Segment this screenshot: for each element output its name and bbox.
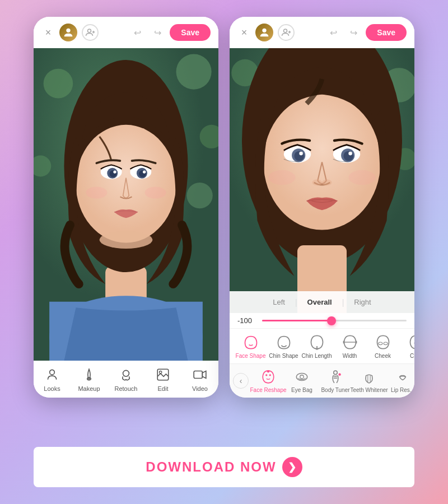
svg-point-1 — [88, 29, 91, 32]
svg-point-24 — [145, 186, 166, 198]
makeup-icon — [81, 366, 97, 383]
svg-point-6 — [176, 54, 211, 90]
left-avatar[interactable] — [59, 24, 77, 41]
face-reshape-icon — [260, 368, 277, 385]
width-icon — [341, 333, 359, 351]
lip-res-label: Lip Res... — [391, 387, 414, 393]
face-shape-icon — [242, 333, 260, 351]
right-close-button[interactable]: × — [237, 26, 251, 39]
eye-bag-icon — [293, 368, 310, 385]
left-save-button[interactable]: Save — [170, 24, 211, 41]
svg-point-32 — [262, 29, 266, 32]
svg-point-9 — [186, 183, 212, 208]
svg-rect-31 — [194, 371, 202, 379]
svg-point-5 — [44, 69, 73, 99]
left-portrait-svg — [34, 48, 218, 361]
category-body-tuner[interactable]: Body Tuner — [319, 368, 352, 393]
svg-point-64 — [267, 370, 269, 372]
face-reshape-label: Face Reshape — [250, 387, 286, 393]
add-person-icon — [85, 27, 95, 38]
svg-point-53 — [268, 170, 295, 185]
left-add-person-button[interactable] — [82, 24, 99, 41]
edit-label: Edit — [158, 385, 169, 392]
side-left[interactable]: Left — [263, 295, 295, 310]
avatar-icon — [62, 26, 74, 39]
slider-track[interactable] — [262, 320, 407, 321]
left-phone: × ↩ — [34, 17, 218, 398]
lip-res-icon — [394, 368, 411, 385]
category-row: ‹ Face Reshape — [230, 363, 414, 398]
chin-length-icon — [308, 333, 326, 351]
side-right[interactable]: Right — [344, 295, 381, 310]
right-phone: × ↩ — [230, 17, 414, 398]
eye-bag-label: Eye Bag — [291, 387, 312, 393]
svg-point-50 — [348, 152, 352, 156]
tool-retouch[interactable]: Retouch — [112, 366, 140, 392]
svg-point-68 — [338, 374, 340, 376]
right-photo-area: Left | Overall | Right — [230, 48, 414, 313]
category-lip-res[interactable]: Lip Res... — [386, 368, 414, 393]
svg-point-54 — [348, 170, 375, 185]
body-tuner-label: Body Tuner — [321, 387, 349, 393]
teeth-whitener-icon — [361, 368, 377, 385]
download-now-button[interactable]: DOWNLOAD NOW ❯ — [34, 447, 414, 487]
svg-point-26 — [50, 370, 55, 375]
svg-point-61 — [384, 342, 388, 345]
svg-point-48 — [344, 151, 354, 161]
tool-edit[interactable]: Edit — [149, 366, 177, 392]
left-redo-button[interactable]: ↪ — [150, 25, 165, 40]
reshape-tool-chin-length[interactable]: Chin Length — [301, 333, 332, 359]
retouch-icon — [118, 366, 134, 383]
looks-label: Looks — [44, 385, 60, 392]
download-arrow-icon: ❯ — [282, 457, 302, 477]
side-selector: Left | Overall | Right — [230, 291, 414, 313]
side-overall[interactable]: Overall — [297, 295, 342, 310]
slider-thumb[interactable] — [327, 316, 336, 325]
phones-row: × ↩ — [34, 17, 414, 430]
ch-label: Ch... — [410, 353, 414, 359]
video-icon — [192, 366, 208, 383]
width-label: Width — [343, 353, 357, 359]
reshape-tool-width[interactable]: Width — [334, 333, 365, 359]
right-save-button[interactable]: Save — [366, 24, 407, 41]
svg-point-28 — [123, 370, 129, 376]
video-label: Video — [192, 385, 208, 392]
face-shape-label: Face Shape — [236, 353, 266, 359]
left-close-button[interactable]: × — [41, 26, 55, 39]
back-arrow-button[interactable]: ‹ — [233, 373, 249, 389]
svg-point-63 — [269, 374, 271, 376]
reshape-tool-cheek[interactable]: Cheek — [367, 333, 398, 359]
svg-point-0 — [66, 29, 70, 32]
makeup-label: Makeup — [78, 385, 100, 392]
left-undo-button[interactable]: ↩ — [129, 25, 145, 40]
reshape-tool-ch[interactable]: Ch... — [400, 333, 414, 359]
chin-length-label: Chin Length — [302, 353, 332, 359]
right-portrait-svg — [230, 48, 414, 313]
chin-shape-label: Chin Shape — [269, 353, 298, 359]
tool-looks[interactable]: Looks — [38, 366, 66, 392]
tool-video[interactable]: Video — [186, 366, 214, 392]
svg-point-62 — [265, 374, 267, 376]
reshape-tool-face-shape[interactable]: Face Shape — [235, 333, 266, 359]
tool-makeup[interactable]: Makeup — [75, 366, 103, 392]
svg-point-52 — [322, 179, 332, 185]
slider-area: -100 — [230, 313, 414, 328]
right-redo-button[interactable]: ↪ — [346, 25, 361, 40]
download-section: DOWNLOAD NOW ❯ — [11, 441, 437, 493]
right-undo-button[interactable]: ↩ — [325, 25, 341, 40]
reshape-tool-chin-shape[interactable]: Chin Shape — [268, 333, 299, 359]
svg-point-60 — [378, 342, 382, 345]
slider-value: -100 — [237, 316, 258, 325]
right-avatar[interactable] — [255, 24, 273, 41]
category-eye-bag[interactable]: Eye Bag — [286, 368, 318, 393]
right-add-person-button[interactable] — [278, 24, 295, 41]
category-face-reshape[interactable]: Face Reshape — [252, 368, 284, 393]
chin-shape-icon — [275, 333, 293, 351]
cheek-icon — [374, 333, 392, 351]
svg-point-67 — [334, 371, 338, 375]
edit-icon — [155, 366, 171, 383]
category-teeth-whitener[interactable]: Teeth Whitener — [353, 368, 385, 393]
retouch-label: Retouch — [115, 385, 138, 392]
left-photo — [34, 48, 218, 361]
download-text: DOWNLOAD NOW — [146, 459, 276, 475]
